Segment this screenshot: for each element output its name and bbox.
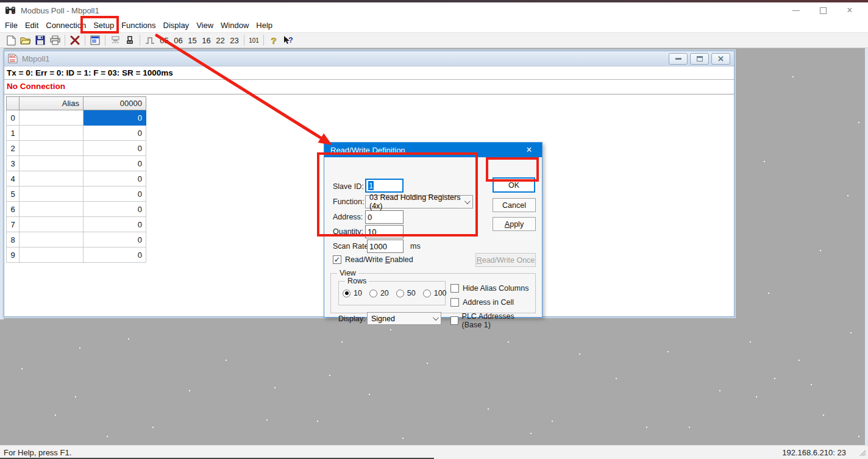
menu-edit[interactable]: Edit	[21, 18, 42, 32]
open-file-button[interactable]	[18, 33, 33, 48]
document-titlebar[interactable]: DOC Mbpoll1 ✕	[4, 51, 734, 66]
fn-code-23-button[interactable]: 23	[227, 33, 241, 48]
save-button[interactable]	[33, 33, 48, 48]
slave-id-field[interactable]: 1	[365, 179, 404, 193]
alias-cell[interactable]	[20, 110, 84, 126]
alias-cell[interactable]	[20, 156, 84, 171]
doc-minimize-button[interactable]	[669, 53, 688, 65]
rows-100-radio[interactable]	[423, 290, 431, 297]
quantity-label: Quantity:	[333, 227, 363, 236]
fn-code-22-button[interactable]: 22	[213, 33, 227, 48]
row-header[interactable]: 2	[7, 141, 20, 156]
dialog-close-icon[interactable]: ×	[522, 145, 536, 155]
value-cell[interactable]: 0	[84, 126, 146, 141]
value-cell[interactable]: 0	[84, 232, 146, 247]
read-write-definition-button[interactable]	[88, 33, 102, 48]
mdi-workspace: DOC Mbpoll1 ✕ Tx = 0: Err = 0: ID = 1: F…	[0, 48, 868, 445]
about-help-button[interactable]: ?	[266, 33, 281, 48]
doc-restore-button[interactable]	[690, 53, 709, 65]
alias-cell[interactable]	[20, 171, 84, 187]
communication-button[interactable]	[108, 33, 123, 48]
svg-text:?: ?	[271, 35, 276, 46]
row-header[interactable]: 9	[7, 247, 20, 263]
new-file-button[interactable]	[4, 33, 18, 48]
alias-cell[interactable]	[20, 247, 84, 263]
maximize-button[interactable]	[809, 2, 836, 18]
row-header[interactable]: 3	[7, 156, 20, 171]
read-write-enabled-checkbox[interactable]: ✓ Read/Write Enabled	[333, 255, 413, 264]
pulse-button[interactable]	[143, 33, 157, 48]
disconnect-button[interactable]	[68, 33, 82, 48]
row-header[interactable]: 4	[7, 171, 20, 187]
print-icon	[50, 35, 60, 45]
menu-file[interactable]: File	[1, 18, 21, 32]
address-column-header[interactable]: 00000	[84, 97, 146, 110]
test-center-button[interactable]	[123, 33, 137, 48]
alias-cell[interactable]	[20, 126, 84, 141]
row-header[interactable]: 0	[7, 110, 20, 126]
fn-code-16-button[interactable]: 16	[199, 33, 213, 48]
value-cell[interactable]: 0	[84, 187, 146, 202]
row-header[interactable]: 8	[7, 232, 20, 247]
value-cell[interactable]: 0	[84, 171, 146, 187]
read-write-once-button[interactable]: Read/Write Once	[475, 253, 536, 267]
rows-20-radio[interactable]	[369, 290, 377, 297]
plc-addresses-checkbox[interactable]: PLC Addresses (Base 1)	[450, 312, 535, 329]
ok-button[interactable]: OK	[493, 177, 535, 193]
row-header[interactable]: 1	[7, 126, 20, 141]
doc-close-button[interactable]: ✕	[711, 53, 730, 65]
scan-rate-field[interactable]: 1000	[367, 240, 404, 253]
scan-rate-value: 1000	[369, 242, 387, 251]
row-header[interactable]: 6	[7, 202, 20, 217]
cancel-button[interactable]: Cancel	[493, 198, 536, 212]
apply-button[interactable]: Apply	[493, 217, 536, 231]
toolbar: 05 06 15 16 22 23 101 ? ?	[0, 32, 868, 48]
hide-alias-columns-checkbox[interactable]: Hide Alias Columns	[450, 284, 528, 293]
alias-cell[interactable]	[20, 187, 84, 202]
address-field[interactable]: 0	[365, 210, 404, 224]
context-help-icon: ?	[283, 35, 294, 46]
quantity-field[interactable]: 10	[365, 225, 404, 238]
function-dropdown[interactable]: 03 Read Holding Registers (4x)	[365, 195, 473, 208]
menu-connection[interactable]: Connection	[42, 18, 90, 32]
alias-cell[interactable]	[20, 141, 84, 156]
value-cell[interactable]: 0	[84, 247, 146, 263]
print-button[interactable]	[48, 33, 62, 48]
alias-column-header[interactable]: Alias	[20, 97, 84, 110]
slave-id-value: 1	[368, 181, 374, 190]
row-header[interactable]: 5	[7, 187, 20, 202]
menu-functions[interactable]: Functions	[118, 18, 159, 32]
status-connection-address: 192.168.6.210: 23	[782, 448, 846, 457]
rows-10-label: 10	[354, 289, 362, 297]
alias-cell[interactable]	[20, 217, 84, 232]
value-cell-selected[interactable]: 0	[84, 110, 146, 126]
fn-code-101-button[interactable]: 101	[247, 33, 261, 48]
fn-code-15-button[interactable]: 15	[185, 33, 199, 48]
value-cell[interactable]: 0	[84, 141, 146, 156]
alias-cell[interactable]	[20, 202, 84, 217]
alias-cell[interactable]	[20, 232, 84, 247]
fn-code-06-button[interactable]: 06	[171, 33, 185, 48]
menu-setup[interactable]: Setup	[90, 18, 118, 32]
menu-display[interactable]: Display	[160, 18, 193, 32]
minimize-button[interactable]	[783, 2, 809, 18]
table-row: 5 0	[7, 187, 146, 202]
close-button[interactable]: ×	[836, 2, 863, 18]
address-in-cell-checkbox[interactable]: Address in Cell	[450, 298, 514, 307]
row-header[interactable]: 7	[7, 217, 20, 232]
rows-10-radio[interactable]	[343, 290, 350, 297]
fn-code-05-button[interactable]: 05	[157, 33, 171, 48]
menu-help[interactable]: Help	[252, 18, 276, 32]
menu-view[interactable]: View	[193, 18, 217, 32]
value-cell[interactable]: 0	[84, 217, 146, 232]
rows-50-radio[interactable]	[396, 290, 404, 297]
menu-window[interactable]: Window	[217, 18, 252, 32]
dialog-titlebar[interactable]: Read/Write Definition ×	[324, 143, 542, 157]
toolbar-separator	[85, 35, 85, 46]
context-help-button[interactable]: ?	[281, 33, 296, 48]
display-dropdown[interactable]: Signed	[367, 312, 441, 325]
resize-grip[interactable]	[859, 449, 867, 457]
value-cell[interactable]: 0	[84, 202, 146, 217]
disconnect-icon	[70, 35, 80, 45]
value-cell[interactable]: 0	[84, 156, 146, 171]
